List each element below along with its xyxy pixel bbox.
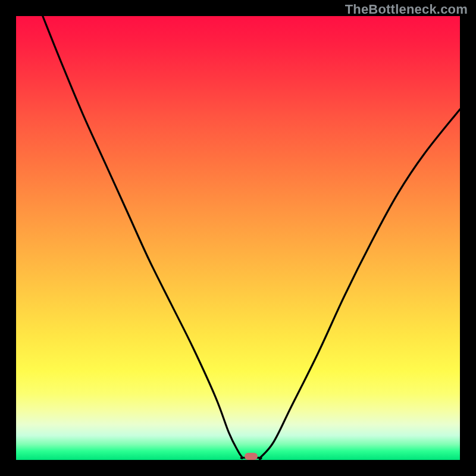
chart-stage: TheBottleneck.com bbox=[0, 0, 476, 476]
gradient-plot-area bbox=[16, 16, 460, 460]
bottleneck-curve bbox=[16, 16, 460, 460]
minimum-marker bbox=[245, 453, 258, 460]
watermark-text: TheBottleneck.com bbox=[345, 2, 468, 17]
